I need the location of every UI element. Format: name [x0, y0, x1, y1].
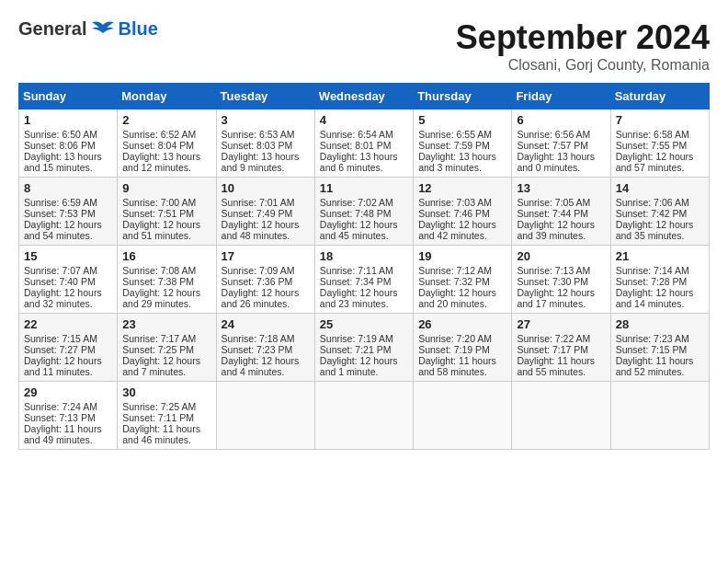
sunset-text: Sunset: 7:55 PM — [616, 140, 704, 151]
daylight-text: Daylight: 12 hours and 4 minutes. — [222, 355, 310, 377]
calendar-cell — [414, 382, 512, 450]
calendar-cell: 29Sunrise: 7:24 AMSunset: 7:13 PMDayligh… — [19, 382, 118, 450]
calendar-cell: 18Sunrise: 7:11 AMSunset: 7:34 PMDayligh… — [314, 246, 413, 314]
calendar-cell: 17Sunrise: 7:09 AMSunset: 7:36 PMDayligh… — [216, 246, 314, 314]
sunrise-text: Sunrise: 7:09 AM — [222, 265, 310, 276]
calendar-cell: 23Sunrise: 7:17 AMSunset: 7:25 PMDayligh… — [118, 314, 216, 382]
calendar-cell: 26Sunrise: 7:20 AMSunset: 7:19 PMDayligh… — [414, 314, 512, 382]
sunrise-text: Sunrise: 6:52 AM — [122, 129, 210, 140]
daylight-text: Daylight: 11 hours and 46 minutes. — [122, 423, 210, 445]
sunset-text: Sunset: 8:06 PM — [24, 140, 112, 151]
calendar-cell: 8Sunrise: 6:59 AMSunset: 7:53 PMDaylight… — [19, 178, 118, 246]
daylight-text: Daylight: 13 hours and 3 minutes. — [418, 151, 506, 173]
day-number: 3 — [222, 113, 310, 127]
sunset-text: Sunset: 7:21 PM — [320, 344, 408, 355]
calendar-cell: 24Sunrise: 7:18 AMSunset: 7:23 PMDayligh… — [216, 314, 314, 382]
sunrise-text: Sunrise: 7:07 AM — [24, 265, 112, 276]
day-number: 27 — [517, 317, 605, 331]
sunrise-text: Sunrise: 7:05 AM — [517, 197, 605, 208]
sunrise-text: Sunrise: 7:11 AM — [320, 265, 408, 276]
sunset-text: Sunset: 8:04 PM — [122, 140, 210, 151]
calendar-cell: 12Sunrise: 7:03 AMSunset: 7:46 PMDayligh… — [414, 178, 512, 246]
daylight-text: Daylight: 12 hours and 7 minutes. — [122, 355, 210, 377]
location-title: Closani, Gorj County, Romania — [456, 57, 710, 74]
sunset-text: Sunset: 7:36 PM — [222, 276, 310, 287]
daylight-text: Daylight: 12 hours and 39 minutes. — [517, 219, 605, 241]
sunrise-text: Sunrise: 6:56 AM — [517, 129, 605, 140]
calendar-cell: 15Sunrise: 7:07 AMSunset: 7:40 PMDayligh… — [19, 246, 118, 314]
sunset-text: Sunset: 7:32 PM — [418, 276, 506, 287]
sunset-text: Sunset: 7:49 PM — [222, 208, 310, 219]
daylight-text: Daylight: 12 hours and 29 minutes. — [122, 287, 210, 309]
calendar-cell: 4Sunrise: 6:54 AMSunset: 8:01 PMDaylight… — [314, 109, 413, 178]
logo: General Blue — [18, 18, 158, 40]
day-number: 10 — [222, 181, 310, 195]
sunrise-text: Sunrise: 7:23 AM — [616, 333, 704, 344]
day-number: 21 — [616, 249, 704, 263]
sunrise-text: Sunrise: 7:00 AM — [122, 197, 210, 208]
daylight-text: Daylight: 11 hours and 49 minutes. — [24, 423, 112, 445]
day-number: 30 — [122, 385, 210, 399]
calendar-week-row: 8Sunrise: 6:59 AMSunset: 7:53 PMDaylight… — [19, 178, 710, 246]
daylight-text: Daylight: 12 hours and 35 minutes. — [616, 219, 704, 241]
calendar-cell: 5Sunrise: 6:55 AMSunset: 7:59 PMDaylight… — [414, 109, 512, 178]
day-number: 5 — [418, 113, 506, 127]
sunrise-text: Sunrise: 7:15 AM — [24, 333, 112, 344]
day-number: 23 — [122, 317, 210, 331]
sunset-text: Sunset: 7:23 PM — [222, 344, 310, 355]
sunrise-text: Sunrise: 6:59 AM — [24, 197, 112, 208]
sunset-text: Sunset: 7:25 PM — [122, 344, 210, 355]
sunset-text: Sunset: 7:53 PM — [24, 208, 112, 219]
calendar-cell: 21Sunrise: 7:14 AMSunset: 7:28 PMDayligh… — [610, 246, 709, 314]
calendar-cell — [610, 382, 709, 450]
calendar-cell: 27Sunrise: 7:22 AMSunset: 7:17 PMDayligh… — [512, 314, 610, 382]
daylight-text: Daylight: 12 hours and 1 minute. — [320, 355, 408, 377]
calendar-cell: 13Sunrise: 7:05 AMSunset: 7:44 PMDayligh… — [512, 178, 610, 246]
calendar-week-row: 22Sunrise: 7:15 AMSunset: 7:27 PMDayligh… — [19, 314, 710, 382]
day-number: 9 — [122, 181, 210, 195]
sunset-text: Sunset: 7:48 PM — [320, 208, 408, 219]
sunset-text: Sunset: 7:19 PM — [418, 344, 506, 355]
calendar-cell: 2Sunrise: 6:52 AMSunset: 8:04 PMDaylight… — [118, 109, 216, 178]
sunset-text: Sunset: 7:28 PM — [616, 276, 704, 287]
sunset-text: Sunset: 7:42 PM — [616, 208, 704, 219]
calendar-cell: 25Sunrise: 7:19 AMSunset: 7:21 PMDayligh… — [314, 314, 413, 382]
daylight-text: Daylight: 12 hours and 45 minutes. — [320, 219, 408, 241]
sunset-text: Sunset: 7:44 PM — [517, 208, 605, 219]
day-number: 24 — [222, 317, 310, 331]
day-of-week-header: Sunday — [19, 84, 118, 109]
sunrise-text: Sunrise: 7:24 AM — [24, 401, 112, 412]
daylight-text: Daylight: 12 hours and 32 minutes. — [24, 287, 112, 309]
sunset-text: Sunset: 7:27 PM — [24, 344, 112, 355]
calendar-cell — [314, 382, 413, 450]
day-number: 15 — [24, 249, 112, 263]
sunset-text: Sunset: 7:51 PM — [122, 208, 210, 219]
calendar-cell — [512, 382, 610, 450]
day-of-week-header: Tuesday — [216, 84, 314, 109]
daylight-text: Daylight: 12 hours and 57 minutes. — [616, 151, 704, 173]
sunrise-text: Sunrise: 6:50 AM — [24, 129, 112, 140]
day-number: 14 — [616, 181, 704, 195]
day-number: 7 — [616, 113, 704, 127]
sunset-text: Sunset: 7:30 PM — [517, 276, 605, 287]
day-number: 4 — [320, 113, 408, 127]
daylight-text: Daylight: 11 hours and 58 minutes. — [418, 355, 506, 377]
sunrise-text: Sunrise: 7:19 AM — [320, 333, 408, 344]
day-number: 28 — [616, 317, 704, 331]
daylight-text: Daylight: 12 hours and 42 minutes. — [418, 219, 506, 241]
logo-blue-text: Blue — [118, 18, 157, 40]
month-title: September 2024 — [456, 18, 710, 57]
sunset-text: Sunset: 7:59 PM — [418, 140, 506, 151]
sunrise-text: Sunrise: 7:01 AM — [222, 197, 310, 208]
calendar-cell: 22Sunrise: 7:15 AMSunset: 7:27 PMDayligh… — [19, 314, 118, 382]
calendar-cell: 30Sunrise: 7:25 AMSunset: 7:11 PMDayligh… — [118, 382, 216, 450]
sunrise-text: Sunrise: 7:08 AM — [122, 265, 210, 276]
sunset-text: Sunset: 7:15 PM — [616, 344, 704, 355]
logo-bird-icon — [90, 20, 116, 39]
day-number: 11 — [320, 181, 408, 195]
calendar-cell: 19Sunrise: 7:12 AMSunset: 7:32 PMDayligh… — [414, 246, 512, 314]
sunset-text: Sunset: 8:01 PM — [320, 140, 408, 151]
calendar-cell: 3Sunrise: 6:53 AMSunset: 8:03 PMDaylight… — [216, 109, 314, 178]
sunset-text: Sunset: 7:17 PM — [517, 344, 605, 355]
sunrise-text: Sunrise: 6:53 AM — [222, 129, 310, 140]
